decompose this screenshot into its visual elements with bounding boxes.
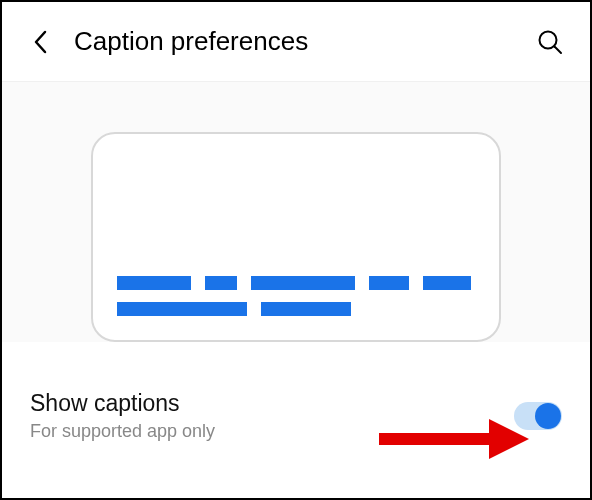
toggle-knob [535,403,561,429]
caption-preview [91,132,501,342]
search-icon [537,29,563,55]
caption-bars [117,276,475,316]
search-button[interactable] [534,26,566,58]
chevron-left-icon [33,30,47,54]
back-button[interactable] [26,28,54,56]
svg-line-1 [555,46,562,53]
setting-label: Show captions [30,390,514,417]
content-area [2,82,590,342]
page-title: Caption preferences [74,26,534,57]
setting-sublabel: For supported app only [30,421,514,442]
show-captions-toggle[interactable] [514,402,562,430]
show-captions-row[interactable]: Show captions For supported app only [2,342,590,462]
